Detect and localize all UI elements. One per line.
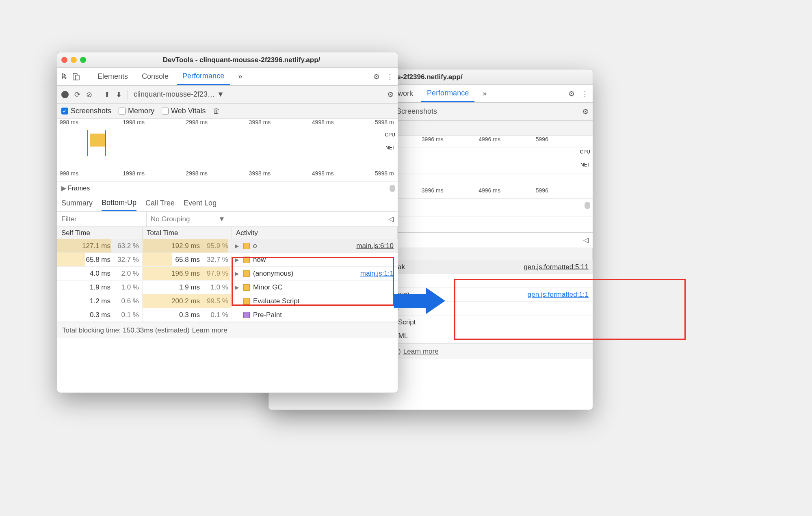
close-icon[interactable] bbox=[61, 57, 67, 63]
net-label: NET bbox=[385, 145, 395, 151]
table-row[interactable]: 127.1 ms63.2 % 192.9 ms95.9 % ▶ o main.j… bbox=[57, 239, 398, 253]
expand-icon[interactable]: ▶ bbox=[235, 257, 240, 263]
total-time-cell: 65.8 ms32.7 % bbox=[143, 253, 232, 266]
grouping-dropdown[interactable]: No Grouping bbox=[151, 215, 190, 223]
device-icon[interactable] bbox=[72, 73, 80, 81]
overview[interactable]: CPU NET bbox=[57, 130, 398, 156]
expand-icon[interactable]: ▶ bbox=[235, 243, 240, 249]
gear-icon[interactable]: ⚙ bbox=[373, 72, 380, 81]
filter-input[interactable]: Filter bbox=[57, 212, 147, 227]
col-self-time[interactable]: Self Time bbox=[57, 227, 143, 239]
upload-icon[interactable]: ⬆ bbox=[104, 90, 110, 99]
activity-cell: ▶ o main.js:6:10 bbox=[232, 242, 398, 250]
activity-cell: ▶ now bbox=[232, 256, 398, 264]
minimize-icon[interactable] bbox=[71, 57, 77, 63]
gear-icon[interactable]: ⚙ bbox=[582, 107, 589, 116]
self-time-cell: 0.3 ms0.1 % bbox=[57, 308, 143, 322]
self-time-cell: 1.2 ms0.6 % bbox=[57, 294, 143, 308]
svg-rect-1 bbox=[76, 75, 79, 80]
collapse-icon[interactable]: ◁ bbox=[583, 236, 593, 244]
blocking-time-text: Total blocking time: 150.33ms (estimated… bbox=[62, 326, 190, 335]
perf-toolbar: ⟳ ⊘ ⬆ ⬇ clinquant-mousse-2f23… ▼ ⚙ bbox=[57, 86, 398, 104]
download-icon[interactable]: ⬇ bbox=[116, 90, 122, 99]
total-time-cell: 0.3 ms0.1 % bbox=[143, 308, 232, 322]
subtab-bottomup[interactable]: Bottom-Up bbox=[102, 195, 136, 211]
table-row[interactable]: 65.8 ms32.7 % 65.8 ms32.7 % ▶ now bbox=[57, 253, 398, 267]
source-link[interactable]: gen.js:formatted:1:1 bbox=[528, 291, 593, 299]
timeline-marker[interactable] bbox=[105, 130, 106, 156]
source-link[interactable]: main.js:6:10 bbox=[356, 242, 398, 250]
self-time-cell: 127.1 ms63.2 % bbox=[57, 239, 143, 253]
footer: Total blocking time: 150.33ms (estimated… bbox=[57, 322, 398, 338]
table-row[interactable]: 4.0 ms2.0 % 196.9 ms97.9 % ▶ (anonymous)… bbox=[57, 267, 398, 281]
memory-checkbox[interactable]: Memory bbox=[119, 107, 154, 115]
total-time-cell: 192.9 ms95.9 % bbox=[143, 239, 232, 253]
source-link[interactable]: main.js:1:1 bbox=[360, 270, 398, 278]
activity-color-icon bbox=[243, 298, 250, 304]
self-time-cell: 65.8 ms32.7 % bbox=[57, 253, 143, 266]
col-total-time[interactable]: Total Time bbox=[143, 227, 232, 239]
tab-elements[interactable]: Elements bbox=[92, 68, 134, 85]
traffic-lights[interactable] bbox=[61, 57, 86, 63]
trash-icon[interactable]: 🗑 bbox=[213, 107, 220, 115]
timeline-ruler-top: 998 ms 1998 ms 2998 ms 3998 ms 4998 ms 5… bbox=[57, 119, 398, 130]
learn-more-link[interactable]: Learn more bbox=[192, 326, 227, 335]
source-link[interactable]: gen.js:formatted:5:11 bbox=[524, 263, 593, 271]
self-time-cell: 4.0 ms2.0 % bbox=[57, 267, 143, 280]
webvitals-checkbox[interactable]: Web Vitals bbox=[162, 107, 206, 115]
tab-more[interactable]: » bbox=[477, 85, 492, 102]
options-row: ✓Screenshots Memory Web Vitals 🗑 bbox=[57, 104, 398, 119]
tab-performance[interactable]: Performance bbox=[177, 68, 230, 85]
inspect-icon[interactable] bbox=[61, 73, 69, 81]
activity-cell: ▶ (anonymous) main.js:1:1 bbox=[232, 270, 398, 278]
table-row[interactable]: 1.2 ms0.6 % 200.2 ms99.5 % Evaluate Scri… bbox=[57, 294, 398, 308]
activity-name: Evaluate Script bbox=[253, 297, 299, 305]
scrollbar-thumb[interactable] bbox=[390, 185, 395, 192]
kebab-icon[interactable]: ⋮ bbox=[386, 72, 394, 81]
url-dropdown[interactable]: clinquant-mousse-2f23… ▼ bbox=[134, 90, 224, 99]
annotation-arrow-icon bbox=[394, 287, 451, 314]
window-title: DevTools - clinquant-mousse-2f2396.netli… bbox=[89, 56, 394, 64]
activity-table: 127.1 ms63.2 % 192.9 ms95.9 % ▶ o main.j… bbox=[57, 239, 398, 322]
activity-color-icon bbox=[243, 284, 250, 291]
kebab-icon[interactable]: ⋮ bbox=[581, 89, 589, 98]
activity-color-icon bbox=[243, 257, 250, 263]
tab-more[interactable]: » bbox=[232, 68, 248, 85]
reload-icon[interactable]: ⟳ bbox=[74, 90, 80, 99]
learn-more-link[interactable]: Learn more bbox=[403, 348, 439, 356]
flame-block bbox=[90, 134, 105, 147]
activity-name: now bbox=[253, 256, 266, 264]
activity-name: Pre-Paint bbox=[253, 311, 282, 319]
cpu-label: CPU bbox=[385, 132, 395, 138]
subtab-summary[interactable]: Summary bbox=[61, 195, 93, 211]
detail-tabs: Summary Bottom-Up Call Tree Event Log bbox=[57, 195, 398, 212]
activity-cell: Pre-Paint bbox=[232, 311, 398, 319]
activity-color-icon bbox=[243, 312, 250, 318]
screenshots-checkbox[interactable]: ✓Screenshots bbox=[61, 107, 111, 115]
table-row[interactable]: 0.3 ms0.1 % 0.3 ms0.1 % Pre-Paint bbox=[57, 308, 398, 322]
scrollbar-thumb[interactable] bbox=[585, 202, 590, 209]
timeline-marker[interactable] bbox=[87, 130, 88, 156]
total-time-cell: 200.2 ms99.5 % bbox=[143, 294, 232, 308]
subtab-calltree[interactable]: Call Tree bbox=[145, 195, 175, 211]
tab-performance[interactable]: Performance bbox=[421, 85, 474, 102]
maximize-icon[interactable] bbox=[80, 57, 86, 63]
expand-icon[interactable]: ▶ bbox=[235, 285, 240, 290]
tab-console[interactable]: Console bbox=[136, 68, 174, 85]
record-button[interactable] bbox=[61, 91, 69, 98]
filter-row: Filter No Grouping▼ ◁ bbox=[57, 212, 398, 227]
total-time-cell: 1.9 ms1.0 % bbox=[143, 281, 232, 294]
clear-icon[interactable]: ⊘ bbox=[86, 90, 92, 99]
gear-icon[interactable]: ⚙ bbox=[568, 89, 575, 98]
activity-name: Minor GC bbox=[253, 283, 283, 291]
titlebar: DevTools - clinquant-mousse-2f2396.netli… bbox=[57, 52, 398, 68]
col-activity[interactable]: Activity bbox=[232, 227, 398, 239]
collapse-icon[interactable]: ◁ bbox=[388, 215, 398, 223]
frames-row[interactable]: ▶Frames bbox=[57, 181, 398, 195]
expand-icon[interactable]: ▶ bbox=[235, 271, 240, 276]
gear-icon[interactable]: ⚙ bbox=[387, 90, 394, 99]
table-row[interactable]: 1.9 ms1.0 % 1.9 ms1.0 % ▶ Minor GC bbox=[57, 281, 398, 294]
timeline-ruler-bottom: 998 ms 1998 ms 2998 ms 3998 ms 4998 ms 5… bbox=[57, 170, 398, 181]
subtab-eventlog[interactable]: Event Log bbox=[184, 195, 217, 211]
devtools-window-front: DevTools - clinquant-mousse-2f2396.netli… bbox=[57, 52, 398, 393]
